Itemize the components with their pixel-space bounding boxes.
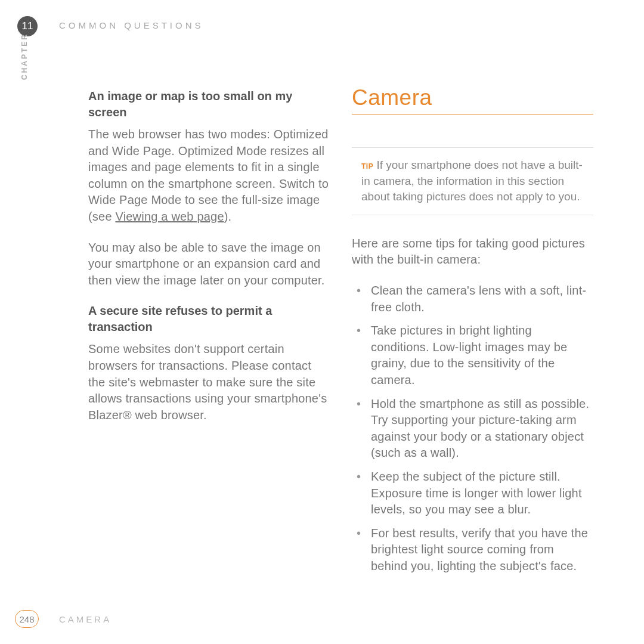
heading-image-too-small: An image or map is too small on my scree… [88, 88, 330, 120]
text: The web browser has two modes: Optimized… [88, 128, 329, 223]
list-item: For best results, verify that you have t… [352, 525, 593, 575]
tip-label: TIP [361, 162, 373, 171]
running-header: COMMON QUESTIONS [59, 20, 204, 30]
list-item: Take pictures in bright lighting conditi… [352, 323, 593, 388]
link-viewing-web-page[interactable]: Viewing a web page [115, 210, 224, 223]
chapter-side-label: CHAPTER [20, 33, 29, 80]
paragraph: Some websites don't support certain brow… [88, 341, 330, 423]
list-item: Hold the smartphone as still as possible… [352, 396, 593, 462]
tip-box: TIP If your smartphone does not have a b… [352, 147, 593, 215]
running-footer: CAMERA [59, 614, 112, 624]
tip-text: TIP If your smartphone does not have a b… [361, 157, 584, 205]
heading-secure-site: A secure site refuses to permit a transa… [88, 303, 330, 335]
left-column: An image or map is too small on my scree… [88, 88, 330, 438]
page: 11 COMMON QUESTIONS CHAPTER An image or … [0, 0, 644, 644]
page-number: 248 [15, 610, 39, 628]
paragraph: You may also be able to save the image o… [88, 240, 330, 289]
paragraph: The web browser has two modes: Optimized… [88, 126, 330, 225]
text: ). [224, 210, 232, 223]
tip-body: If your smartphone does not have a built… [361, 159, 583, 203]
list-item: Clean the camera's lens with a soft, lin… [352, 283, 593, 315]
intro-paragraph: Here are some tips for taking good pictu… [352, 236, 593, 268]
right-column: Camera TIP If your smartphone does not h… [352, 85, 593, 581]
tips-list: Clean the camera's lens with a soft, lin… [352, 283, 593, 575]
list-item: Keep the subject of the picture still. E… [352, 469, 593, 518]
section-title-camera: Camera [352, 85, 593, 114]
